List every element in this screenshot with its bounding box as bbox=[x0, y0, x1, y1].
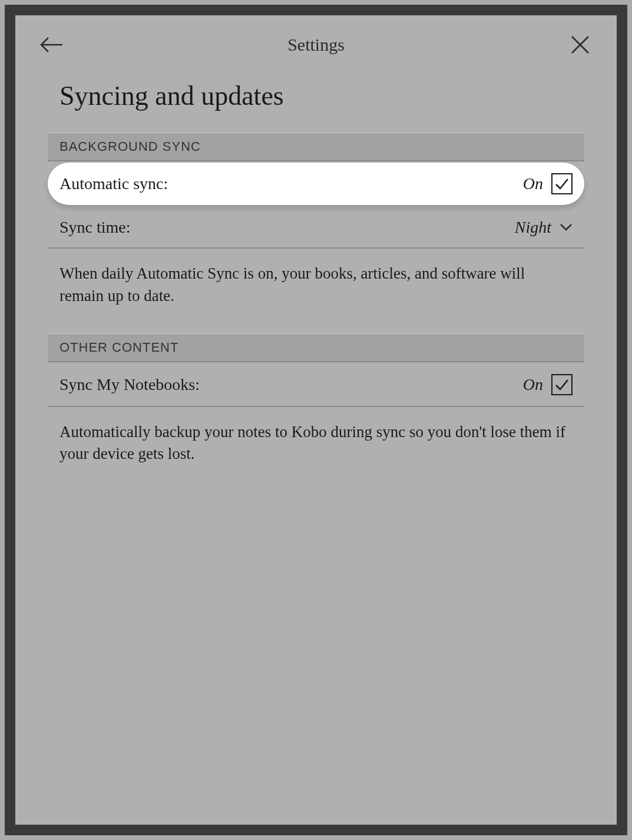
background-sync-description: When daily Automatic Sync is on, your bo… bbox=[48, 249, 584, 333]
other-content-description: Automatically backup your notes to Kobo … bbox=[48, 407, 584, 492]
sync-notebooks-label: Sync My Notebooks: bbox=[59, 375, 200, 394]
automatic-sync-checkbox[interactable] bbox=[551, 173, 573, 194]
sync-time-value: Night bbox=[515, 218, 551, 237]
sync-notebooks-value-wrap: On bbox=[523, 374, 573, 395]
sync-notebooks-checkbox[interactable] bbox=[551, 374, 573, 395]
header: Settings bbox=[15, 15, 617, 70]
automatic-sync-row[interactable]: Automatic sync: On bbox=[48, 163, 584, 205]
sync-time-value-wrap: Night bbox=[515, 218, 573, 237]
sync-time-label: Sync time: bbox=[59, 218, 131, 237]
chevron-down-icon bbox=[560, 221, 573, 234]
page-title: Syncing and updates bbox=[15, 70, 617, 133]
back-button[interactable] bbox=[39, 32, 65, 58]
section-header-background-sync: BACKGROUND SYNC bbox=[48, 133, 584, 161]
outer-frame: Settings Syncing and updates BACKGROUND … bbox=[5, 5, 627, 835]
section-header-other-content: OTHER CONTENT bbox=[48, 333, 584, 362]
automatic-sync-value-wrap: On bbox=[523, 173, 573, 194]
back-arrow-icon bbox=[40, 36, 64, 54]
sync-notebooks-value: On bbox=[523, 375, 543, 394]
automatic-sync-label: Automatic sync: bbox=[59, 174, 168, 193]
screen: Settings Syncing and updates BACKGROUND … bbox=[15, 15, 617, 825]
close-icon bbox=[570, 35, 590, 55]
checkmark-icon bbox=[554, 377, 570, 392]
sync-time-row[interactable]: Sync time: Night bbox=[48, 207, 584, 249]
close-button[interactable] bbox=[567, 32, 593, 58]
header-title: Settings bbox=[287, 35, 345, 55]
sync-notebooks-row[interactable]: Sync My Notebooks: On bbox=[48, 363, 584, 407]
automatic-sync-value: On bbox=[523, 174, 543, 193]
checkmark-icon bbox=[554, 176, 570, 191]
